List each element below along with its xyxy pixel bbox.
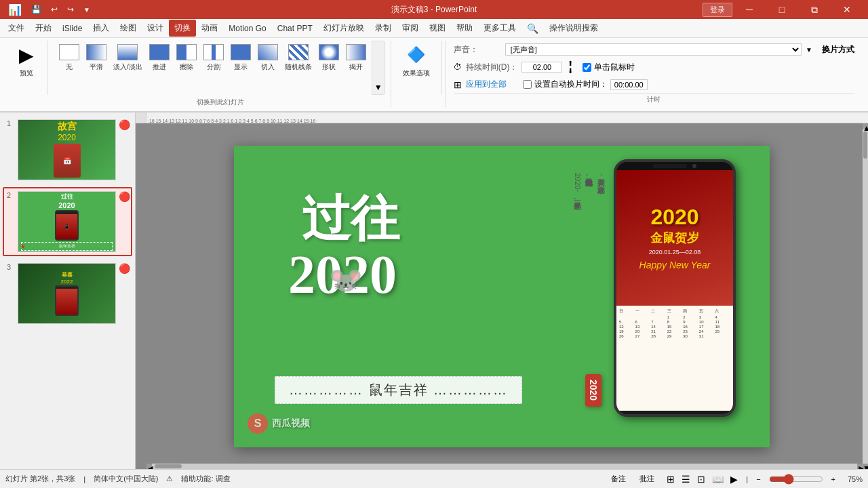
scroll-thumb-h[interactable]	[155, 464, 182, 468]
scrollbar-h[interactable]: ◄ ►	[146, 464, 863, 469]
onclick-checkbox[interactable]	[583, 63, 591, 72]
trans-wipe-icon	[176, 42, 197, 62]
duration-label: 持续时间(D)：	[466, 62, 518, 73]
close-button[interactable]: ✕	[831, 0, 863, 19]
auto-checkbox[interactable]	[523, 80, 532, 89]
minimize-button[interactable]: ─	[734, 0, 765, 19]
app-icon: 📊	[5, 3, 24, 17]
slide-image-3: 恭喜 2022	[18, 263, 116, 324]
menu-motion-go[interactable]: Motion Go	[223, 21, 271, 36]
sound-select[interactable]: [无声音]	[505, 43, 802, 56]
menu-view[interactable]: 视图	[424, 20, 451, 37]
ribbon: ▶ 预览 无 平滑 淡入	[0, 38, 868, 113]
trans-fadein[interactable]: 淡入/淡出	[111, 41, 145, 73]
zoom-level[interactable]: 75%	[844, 475, 863, 483]
menu-file[interactable]: 文件	[3, 20, 30, 37]
slide-canvas[interactable]: 过往 2020 🐭 …………… 鼠年吉祥 ……………	[234, 146, 770, 447]
gallery-expand-button[interactable]: ▼	[372, 41, 385, 95]
view-buttons: ⊞ ☰ ⊡ 📖 ▶	[664, 473, 741, 485]
quick-customize[interactable]: ▼	[81, 5, 93, 14]
trans-shape[interactable]: 形状	[316, 41, 342, 73]
zoom-out-button[interactable]: −	[753, 474, 763, 484]
preview-button[interactable]: ▶ 预览	[11, 41, 42, 80]
watermark-text: 西瓜视频	[272, 418, 310, 430]
view-outline-button[interactable]: ☰	[679, 473, 693, 485]
comments-button[interactable]: 批注	[635, 473, 658, 485]
scroll-left-btn[interactable]: ◄	[146, 464, 152, 469]
menu-help[interactable]: 帮助	[451, 20, 478, 37]
statusbar: 幻灯片 第2张，共3张 | 简体中文(中国大陆) ⚠ 辅助功能: 调查 备注 批…	[0, 469, 868, 488]
scrollbar-v[interactable]: ▲ ▼	[863, 123, 868, 469]
trans-random-icon	[288, 42, 309, 62]
scroll-thumb-v[interactable]	[863, 131, 867, 159]
duration-spin-icon: ⬆⬇	[568, 60, 573, 75]
duration-input[interactable]: 02.00	[521, 62, 562, 73]
trans-none[interactable]: 无	[56, 41, 82, 73]
menu-search-text[interactable]: 操作说明搜索	[544, 20, 604, 37]
zoom-in-button[interactable]: +	[829, 474, 838, 484]
menu-review[interactable]: 审阅	[397, 20, 424, 37]
trans-push[interactable]: 推进	[146, 41, 172, 73]
view-slideshow-button[interactable]: ▶	[728, 473, 741, 485]
trans-random-label: 随机线条	[285, 62, 312, 72]
expand-icon: ▼	[374, 83, 382, 92]
menu-record[interactable]: 录制	[370, 20, 397, 37]
slide1-content: 故宫 2020 📅	[54, 121, 81, 179]
menu-search-icon[interactable]: 🔍	[521, 20, 544, 37]
menu-insert[interactable]: 插入	[87, 20, 115, 37]
canvas-wrapper: ·9·8·7·6·5·4·3·2·1·0·1·2·3·4·5·6·7·8·9· …	[136, 123, 868, 469]
scroll-up-btn[interactable]: ▲	[863, 123, 868, 129]
menu-draw[interactable]: 绘图	[115, 20, 142, 37]
menu-animation[interactable]: 动画	[196, 20, 223, 37]
transitions-group-label: 切换到此幻灯片	[197, 98, 244, 107]
preview-icon: ▶	[14, 43, 39, 67]
effects-buttons: 🔷 效果选项	[399, 41, 433, 95]
trans-wipe[interactable]: 擦除	[174, 41, 199, 73]
slide1-indicator: 🔴	[119, 119, 130, 130]
slide-thumb-1[interactable]: 1 故宫 2020 📅 🔴	[3, 115, 132, 184]
quick-undo[interactable]: ↩	[48, 4, 60, 15]
trans-split[interactable]: 分割	[201, 41, 226, 73]
effects-button[interactable]: 🔷 效果选项	[399, 41, 433, 80]
notes-button[interactable]: 备注	[607, 473, 630, 485]
phone-2020: 2020	[650, 205, 698, 230]
view-normal-button[interactable]: ⊞	[664, 473, 677, 485]
trans-smooth[interactable]: 平滑	[83, 41, 109, 73]
menu-design[interactable]: 设计	[142, 20, 169, 37]
menu-home[interactable]: 开始	[30, 20, 57, 37]
auto-time-input[interactable]: 00:00.00	[610, 79, 648, 90]
menu-more-tools[interactable]: 更多工具	[478, 20, 521, 37]
quick-redo[interactable]: ↪	[64, 4, 77, 15]
auto-label: 设置自动换片时间：	[534, 79, 608, 90]
trans-reveal-icon	[231, 42, 251, 62]
slide-image-1: 故宫 2020 📅	[18, 119, 116, 180]
titlebar-left: 📊 💾 ↩ ↪ ▼	[5, 3, 93, 17]
transitions-buttons: 无 平滑 淡入/淡出 推进	[56, 41, 385, 95]
trans-cut[interactable]: 切入	[255, 41, 281, 73]
language: 简体中文(中国大陆)	[94, 474, 158, 484]
view-slide-button[interactable]: ⊡	[694, 473, 708, 485]
slide-thumb-3[interactable]: 3 恭喜 2022 🔴	[3, 259, 132, 328]
trans-uncover[interactable]: 揭开	[343, 41, 369, 73]
menu-islide[interactable]: iSlide	[57, 21, 87, 36]
maximize-button[interactable]: □	[766, 0, 797, 19]
scroll-right-btn[interactable]: ►	[857, 464, 863, 469]
menu-transition[interactable]: 切换	[169, 20, 196, 37]
trans-random[interactable]: 随机线条	[282, 41, 315, 73]
trans-reveal[interactable]: 显示	[228, 41, 254, 73]
menu-slideshow[interactable]: 幻灯片放映	[318, 20, 370, 37]
slide-background[interactable]: 过往 2020 🐭 …………… 鼠年吉祥 ……………	[136, 123, 868, 469]
quick-save[interactable]: 💾	[28, 4, 44, 15]
onclick-row: 单击鼠标时	[583, 62, 635, 73]
canvas-area: ·16·15·14·13·12·11·10·9·8·7·6·5·4·3·2·1·…	[136, 113, 868, 469]
phone-mockup: 2020 金鼠贺岁 2020.01.25—02.08 Happy New Yea…	[614, 159, 736, 417]
login-button[interactable]: 登录	[703, 3, 732, 17]
restore-button[interactable]: ⧉	[799, 0, 830, 19]
menu-chat-ppt[interactable]: Chat PPT	[272, 21, 318, 36]
view-reading-button[interactable]: 📖	[709, 473, 726, 485]
trans-shape-icon	[319, 42, 339, 62]
zoom-slider[interactable]	[769, 474, 823, 485]
apply-label: 应用到全部	[466, 79, 513, 90]
slide-thumb-2[interactable]: 2 过往 2020 📱 鼠年吉祥 ★ 🔴	[3, 187, 132, 256]
phone-happy-ny: Happy New Year	[639, 260, 711, 270]
